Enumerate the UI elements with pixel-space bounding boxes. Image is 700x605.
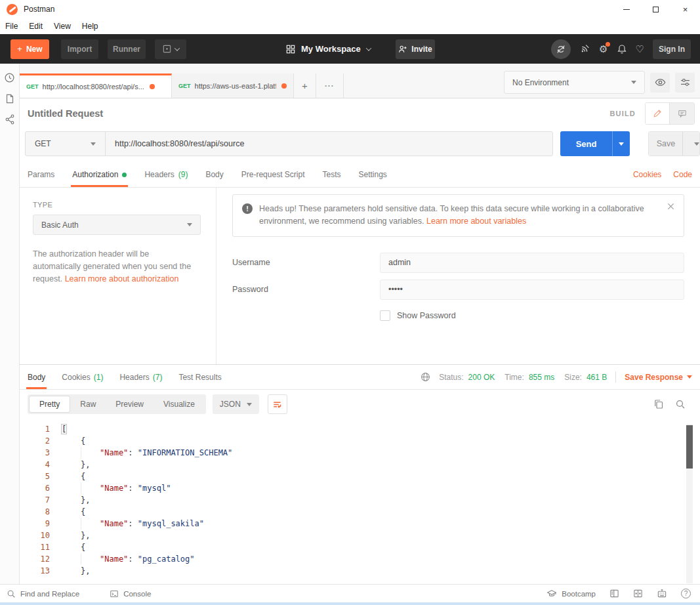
copy-icon[interactable] bbox=[653, 399, 664, 409]
authorization-panel: TYPE Basic Auth The authorization header… bbox=[20, 188, 700, 364]
send-button[interactable]: Send bbox=[560, 131, 612, 156]
menu-edit[interactable]: Edit bbox=[29, 22, 43, 31]
learn-more-authorization-link[interactable]: Learn more about authorization bbox=[65, 274, 179, 283]
sync-off-button[interactable] bbox=[551, 39, 571, 59]
import-button[interactable]: Import bbox=[61, 39, 98, 59]
response-scrollbar[interactable] bbox=[686, 424, 693, 583]
view-raw-button[interactable]: Raw bbox=[70, 396, 106, 413]
json-key: "Name" bbox=[100, 484, 128, 493]
code-link[interactable]: Code bbox=[673, 170, 692, 179]
apis-network-icon[interactable] bbox=[5, 114, 15, 125]
save-label: Save bbox=[657, 139, 676, 148]
sign-in-button[interactable]: Sign In bbox=[653, 39, 691, 59]
request-title[interactable]: Untitled Request bbox=[28, 108, 103, 119]
scrollbar-thumb[interactable] bbox=[686, 425, 693, 469]
learn-more-variables-link[interactable]: Learn more about variables bbox=[426, 217, 526, 226]
password-input[interactable] bbox=[380, 280, 684, 300]
runner-button[interactable]: Runner bbox=[108, 39, 146, 59]
tab-tests[interactable]: Tests bbox=[322, 162, 340, 187]
tab-label: Authorization bbox=[72, 170, 118, 179]
new-button[interactable]: + New bbox=[10, 39, 49, 59]
save-options-button[interactable] bbox=[682, 132, 699, 156]
console-button[interactable]: Console bbox=[110, 589, 151, 598]
invite-button[interactable]: Invite bbox=[396, 39, 435, 59]
tab-settings[interactable]: Settings bbox=[359, 162, 387, 187]
history-icon[interactable] bbox=[4, 72, 15, 83]
url-input[interactable] bbox=[106, 132, 552, 156]
json-token: { bbox=[81, 472, 85, 481]
json-token: : bbox=[128, 448, 137, 457]
tab-url: http://localhost:8080/rest/api/s... bbox=[43, 83, 144, 91]
tab-params[interactable]: Params bbox=[28, 162, 54, 187]
show-password-checkbox[interactable] bbox=[380, 310, 390, 321]
response-tab-headers[interactable]: Headers (7) bbox=[119, 365, 162, 389]
split-pane-layout-icon[interactable] bbox=[633, 589, 643, 598]
line-number: 3 bbox=[20, 447, 50, 459]
tab-body[interactable]: Body bbox=[205, 162, 223, 187]
tab-headers[interactable]: Headers (9) bbox=[144, 162, 188, 187]
json-token: }, bbox=[81, 460, 90, 469]
wrap-lines-button[interactable] bbox=[268, 394, 287, 414]
search-response-icon[interactable] bbox=[675, 399, 686, 409]
format-value: JSON bbox=[220, 400, 241, 409]
view-label: Visualize bbox=[163, 400, 195, 409]
response-tab-test-results[interactable]: Test Results bbox=[178, 365, 221, 389]
auth-type-selector[interactable]: Basic Auth bbox=[33, 215, 201, 235]
format-selector[interactable]: JSON bbox=[213, 394, 259, 414]
save-button-group: Save bbox=[648, 131, 700, 156]
line-number: 6 bbox=[20, 482, 50, 494]
time-label: Time: bbox=[504, 373, 524, 382]
view-pretty-button[interactable]: Pretty bbox=[29, 396, 70, 413]
banner-close-button[interactable] bbox=[667, 203, 674, 228]
collections-icon[interactable] bbox=[5, 93, 15, 104]
console-icon bbox=[110, 589, 119, 598]
view-visualize-button[interactable]: Visualize bbox=[154, 396, 205, 413]
menu-file[interactable]: File bbox=[5, 22, 18, 31]
help-button[interactable]: ? bbox=[681, 589, 691, 598]
status-label: Status: bbox=[439, 373, 463, 382]
tab-options-button[interactable]: ••• bbox=[316, 73, 344, 98]
username-input[interactable] bbox=[380, 253, 684, 273]
settings-button[interactable]: ⚙ bbox=[599, 44, 607, 54]
tab-label: Params bbox=[28, 170, 54, 179]
environment-quick-look-button[interactable] bbox=[650, 73, 670, 93]
view-label: Raw bbox=[80, 400, 96, 409]
bell-icon[interactable] bbox=[617, 44, 627, 54]
request-tab-2[interactable]: GET https://aws-us-east-1.platform.... bbox=[172, 73, 294, 98]
heart-icon[interactable]: ♡ bbox=[636, 44, 644, 54]
save-button[interactable]: Save bbox=[649, 132, 682, 156]
save-response-button[interactable]: Save Response bbox=[625, 373, 692, 382]
tab-prerequest-script[interactable]: Pre-request Script bbox=[241, 162, 305, 187]
open-new-tab-button[interactable]: + bbox=[294, 73, 316, 98]
keyboard-shortcuts-icon[interactable] bbox=[657, 589, 667, 598]
environment-selector[interactable]: No Environment bbox=[504, 71, 645, 94]
workspace-switcher[interactable]: My Workspace bbox=[286, 34, 371, 64]
find-and-replace-button[interactable]: Find and Replace bbox=[7, 589, 79, 598]
response-tools bbox=[653, 399, 692, 409]
tab-authorization[interactable]: Authorization bbox=[72, 162, 127, 187]
line-number: 2 bbox=[20, 435, 50, 447]
cookies-link[interactable]: Cookies bbox=[633, 170, 661, 179]
maximize-button[interactable] bbox=[641, 0, 670, 18]
view-preview-button[interactable]: Preview bbox=[106, 396, 154, 413]
response-tab-cookies[interactable]: Cookies (1) bbox=[62, 365, 103, 389]
two-pane-layout-icon[interactable] bbox=[609, 589, 619, 598]
close-button[interactable]: × bbox=[670, 0, 700, 18]
minimize-button[interactable] bbox=[611, 0, 641, 18]
capture-requests-icon[interactable] bbox=[579, 43, 590, 54]
environment-settings-button[interactable] bbox=[675, 73, 695, 93]
comment-mode-button[interactable] bbox=[670, 103, 694, 124]
menu-bar: File Edit View Help bbox=[0, 18, 700, 34]
build-mode-button[interactable] bbox=[646, 103, 670, 124]
line-number: 1 bbox=[20, 423, 50, 435]
send-options-button[interactable] bbox=[612, 131, 630, 156]
response-tab-body[interactable]: Body bbox=[28, 365, 45, 389]
response-view-toolbar: Pretty Raw Preview Visualize JSON bbox=[20, 390, 700, 419]
new-window-button[interactable] bbox=[155, 39, 186, 59]
method-selector[interactable]: GET bbox=[26, 132, 106, 156]
request-tab-1[interactable]: GET http://localhost:8080/rest/api/s... bbox=[20, 73, 172, 98]
menu-help[interactable]: Help bbox=[82, 22, 98, 31]
bootcamp-button[interactable]: Bootcamp bbox=[546, 589, 596, 598]
caret-down-icon bbox=[247, 403, 252, 406]
menu-view[interactable]: View bbox=[54, 22, 71, 31]
